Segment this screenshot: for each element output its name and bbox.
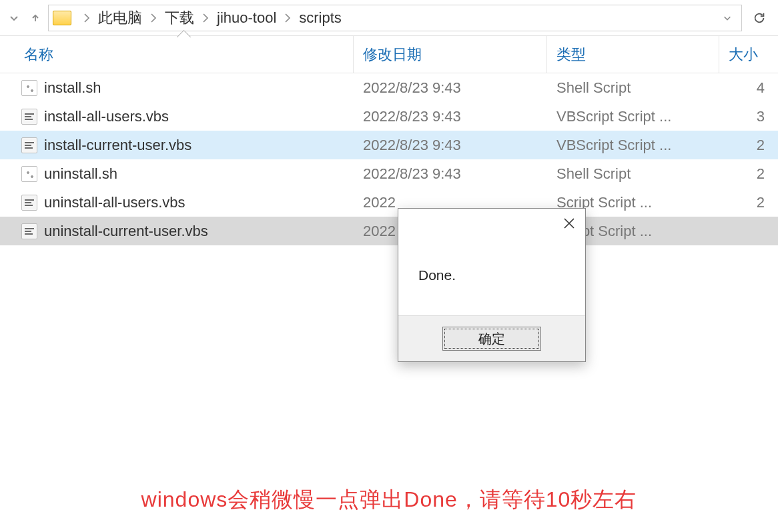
- file-list: install.sh2022/8/23 9:43Shell Script4ins…: [0, 73, 778, 245]
- file-row[interactable]: uninstall.sh2022/8/23 9:43Shell Script2: [0, 159, 778, 188]
- column-header-name[interactable]: 名称: [0, 36, 354, 73]
- column-header-size[interactable]: 大小: [719, 36, 778, 73]
- file-name-cell: install-all-users.vbs: [0, 108, 354, 125]
- file-name: install.sh: [44, 79, 101, 97]
- column-header-date[interactable]: 修改日期: [354, 36, 547, 73]
- file-name-cell: install-current-user.vbs: [0, 137, 354, 154]
- folder-icon: [53, 11, 71, 25]
- file-name: install-current-user.vbs: [44, 137, 191, 154]
- breadcrumb-separator: [145, 9, 162, 27]
- file-name: install-all-users.vbs: [44, 108, 169, 125]
- file-size: 4: [719, 79, 778, 97]
- file-date: 2022/8/23 9:43: [354, 137, 547, 154]
- file-name-cell: uninstall-current-user.vbs: [0, 223, 354, 240]
- refresh-button[interactable]: [746, 5, 773, 31]
- file-type: VBScript Script ...: [547, 137, 719, 154]
- file-row[interactable]: uninstall-current-user.vbs2022Script Scr…: [0, 217, 778, 245]
- vbscript-icon: [21, 223, 37, 239]
- file-name: uninstall-all-users.vbs: [44, 194, 185, 211]
- file-date: 2022/8/23 9:43: [354, 165, 547, 183]
- annotation-text: windows会稍微慢一点弹出Done，请等待10秒左右: [0, 485, 778, 515]
- explorer-toolbar: 此电脑 下载 jihuo-tool scripts: [0, 0, 778, 36]
- file-row[interactable]: install-all-users.vbs2022/8/23 9:43VBScr…: [0, 102, 778, 131]
- file-name-cell: uninstall-all-users.vbs: [0, 194, 354, 211]
- breadcrumb-item[interactable]: scripts: [299, 9, 342, 27]
- file-type: Shell Script: [547, 79, 719, 97]
- file-size: 3: [719, 108, 778, 125]
- file-name-cell: install.sh: [0, 79, 354, 97]
- file-name-cell: uninstall.sh: [0, 165, 354, 183]
- message-dialog: Done. 确定: [398, 208, 586, 362]
- file-name: uninstall.sh: [44, 165, 117, 183]
- shell-script-icon: [21, 80, 37, 96]
- shell-script-icon: [21, 166, 37, 182]
- breadcrumb-separator: [279, 9, 296, 27]
- file-name: uninstall-current-user.vbs: [44, 223, 208, 240]
- column-headers: 名称 修改日期 类型 大小: [0, 36, 778, 73]
- breadcrumb-item[interactable]: 此电脑: [98, 8, 142, 28]
- vbscript-icon: [21, 195, 37, 211]
- dialog-titlebar[interactable]: [398, 209, 585, 235]
- close-button[interactable]: [558, 214, 580, 233]
- file-type: Shell Script: [547, 165, 719, 183]
- nav-up-button[interactable]: [27, 9, 44, 27]
- file-date: 2022/8/23 9:43: [354, 108, 547, 125]
- breadcrumb-separator: [78, 9, 95, 27]
- file-date: 2022/8/23 9:43: [354, 79, 547, 97]
- ok-button[interactable]: 确定: [442, 327, 541, 351]
- dialog-footer: 确定: [398, 315, 585, 361]
- vbscript-icon: [21, 137, 37, 153]
- dialog-message: Done.: [398, 235, 585, 315]
- nav-dropdown-button[interactable]: [5, 9, 23, 27]
- file-row[interactable]: uninstall-all-users.vbs2022Script Script…: [0, 188, 778, 217]
- file-row[interactable]: install.sh2022/8/23 9:43Shell Script4: [0, 73, 778, 102]
- file-size: 2: [719, 165, 778, 183]
- file-size: 2: [719, 194, 778, 211]
- breadcrumb-item[interactable]: jihuo-tool: [217, 9, 276, 27]
- breadcrumb[interactable]: 此电脑 下载 jihuo-tool scripts: [48, 5, 742, 31]
- column-header-type[interactable]: 类型: [547, 36, 719, 73]
- breadcrumb-separator: [197, 9, 214, 27]
- file-row[interactable]: install-current-user.vbs2022/8/23 9:43VB…: [0, 131, 778, 159]
- breadcrumb-dropdown[interactable]: [717, 9, 737, 27]
- file-type: VBScript Script ...: [547, 108, 719, 125]
- breadcrumb-item[interactable]: 下载: [165, 8, 194, 28]
- vbscript-icon: [21, 109, 37, 125]
- file-size: 2: [719, 137, 778, 154]
